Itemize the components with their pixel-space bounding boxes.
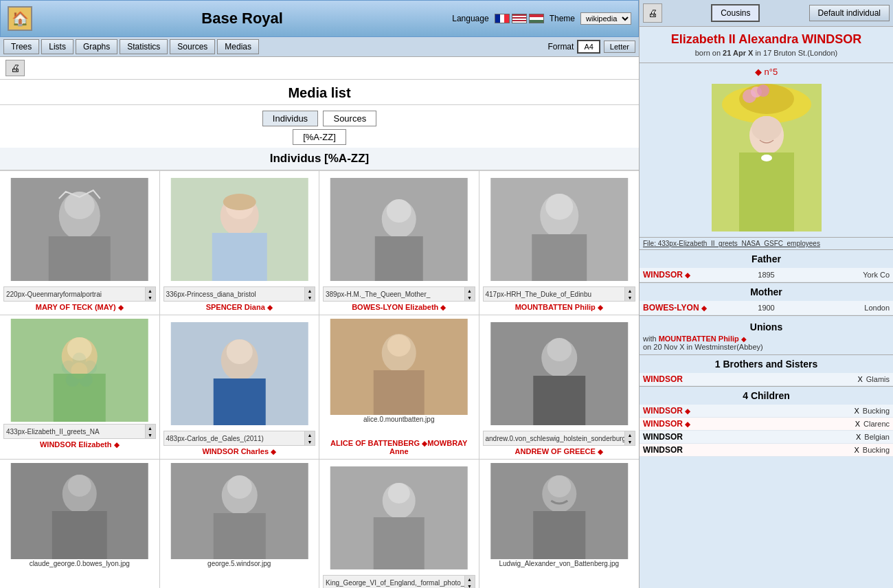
child-name-4[interactable]: WINDSOR bbox=[643, 445, 851, 455]
file-reference: File: 433px-Elizabeth_II_greets_NASA_GSF… bbox=[640, 237, 893, 249]
union-date: on 20 Nov X bbox=[643, 343, 685, 351]
svg-point-32 bbox=[547, 338, 572, 361]
person-name-5[interactable]: WINDSOR Elizabeth ◆ bbox=[40, 440, 120, 449]
scroll-up-1[interactable]: ▲ bbox=[146, 287, 155, 294]
filename-2: 336px-Princess_diana_bristol bbox=[164, 290, 305, 299]
photo-elizabeth-2 bbox=[3, 319, 156, 422]
flag-english[interactable] bbox=[512, 14, 527, 23]
father-name[interactable]: WINDSOR ◆ bbox=[643, 270, 754, 280]
svg-point-16 bbox=[545, 194, 573, 220]
child-place-1: Bucking bbox=[863, 407, 890, 415]
mother-year: 1900 bbox=[754, 304, 778, 312]
svg-point-54 bbox=[757, 84, 769, 97]
scroll-down-1[interactable]: ▼ bbox=[146, 294, 155, 301]
scroll-up-6[interactable]: ▲ bbox=[305, 431, 315, 438]
flag-hungarian[interactable] bbox=[529, 14, 544, 23]
mother-name[interactable]: BOWES-LYON ◆ bbox=[643, 303, 754, 313]
father-section: Father WINDSOR ◆ 1895 York Co bbox=[640, 249, 893, 282]
svg-rect-39 bbox=[213, 513, 265, 559]
union-person[interactable]: MOUNTBATTEN Philip bbox=[659, 335, 739, 343]
scroll-down-3[interactable]: ▼ bbox=[465, 294, 475, 301]
svg-point-28 bbox=[387, 335, 411, 357]
filter-button[interactable]: [%A-ZZ] bbox=[293, 129, 346, 145]
home-button[interactable]: 🏠 bbox=[8, 6, 32, 31]
person-name-3[interactable]: BOWES-LYON Elizabeth ◆ bbox=[352, 303, 446, 311]
file-name: : 433px-Elizabeth_II_greets_NASA_GSFC_em… bbox=[654, 240, 820, 247]
scroll-up-2[interactable]: ▲ bbox=[305, 287, 315, 294]
svg-rect-19 bbox=[54, 374, 106, 422]
unions-title: Unions bbox=[643, 319, 890, 335]
scroll-up-5[interactable]: ▲ bbox=[146, 425, 155, 431]
scroll-down-2[interactable]: ▼ bbox=[305, 294, 315, 301]
child-row-4: WINDSOR X Bucking bbox=[640, 444, 893, 457]
child-name-1[interactable]: WINDSOR ◆ bbox=[643, 406, 851, 416]
main-person-name[interactable]: Elizabeth II Alexandra WINDSOR bbox=[645, 32, 888, 47]
svg-point-12 bbox=[387, 199, 411, 223]
person-name-4[interactable]: MOUNTBATTEN Philip ◆ bbox=[515, 303, 603, 311]
scroll-down-5[interactable]: ▼ bbox=[146, 431, 155, 438]
print-button[interactable]: 🖨 bbox=[5, 60, 25, 76]
print-right-button[interactable]: 🖨 bbox=[643, 3, 662, 23]
scroll-up-4[interactable]: ▲ bbox=[625, 287, 635, 294]
svg-rect-31 bbox=[533, 376, 585, 425]
format-a4[interactable]: A4 bbox=[577, 40, 600, 54]
sibling-name-1[interactable]: WINDSOR bbox=[643, 374, 854, 384]
filename-3: 389px-H.M._The_Queen_Mother_ bbox=[324, 290, 464, 299]
child-place-4: Bucking bbox=[863, 446, 890, 454]
child-name-3[interactable]: WINDSOR bbox=[643, 432, 852, 442]
photo-charles bbox=[163, 322, 316, 425]
theme-select[interactable]: wikipedia default bbox=[580, 12, 631, 25]
svg-point-58 bbox=[761, 155, 772, 161]
filename-5: 433px-Elizabeth_II_greets_NA bbox=[4, 427, 145, 436]
media-cell-11: King_George_VI_of_England,_formal_photo_… bbox=[319, 460, 479, 588]
filename-1: 220px-Queenmaryformalportrai bbox=[4, 290, 145, 299]
section-title: Individus [%A-ZZ] bbox=[0, 148, 639, 170]
person-name-8[interactable]: ANDREW OF GREECE ◆ bbox=[515, 447, 603, 455]
sibling-place-1: Glamis bbox=[866, 375, 890, 383]
nav-trees[interactable]: Trees bbox=[3, 39, 39, 54]
tab-sources[interactable]: Sources bbox=[323, 111, 376, 126]
birth-date: 21 Apr X bbox=[723, 49, 753, 57]
cousins-button[interactable]: Cousins bbox=[711, 4, 760, 22]
nav-sources[interactable]: Sources bbox=[170, 39, 215, 54]
svg-point-56 bbox=[751, 116, 782, 141]
unions-section: Unions with MOUNTBATTEN Philip ◆ on 20 N… bbox=[640, 315, 893, 354]
child-name-2[interactable]: WINDSOR ◆ bbox=[643, 419, 852, 429]
media-cell-5: ✿ 433px-Elizabeth_II_greets_NA ▲ ▼ WINDS… bbox=[0, 315, 160, 460]
scroll-down-6[interactable]: ▼ bbox=[305, 438, 315, 445]
person-name-7[interactable]: ALICE OF BATTENBERG ◆MOWBRAY Anne bbox=[323, 439, 475, 455]
media-cell-2: 336px-Princess_diana_bristol ▲ ▼ SPENCER… bbox=[160, 171, 320, 315]
app-title: Base Royal bbox=[32, 10, 452, 27]
nav-statistics[interactable]: Statistics bbox=[120, 39, 168, 54]
nav-medias[interactable]: Medias bbox=[217, 39, 259, 54]
filename-4: 417px-HRH_The_Duke_of_Edinbu bbox=[484, 290, 625, 299]
nav-lists[interactable]: Lists bbox=[41, 39, 74, 54]
filename-7: alice.0.mountbatten.jpg bbox=[361, 415, 436, 438]
format-letter[interactable]: Letter bbox=[604, 41, 635, 53]
father-row: WINDSOR ◆ 1895 York Co bbox=[640, 268, 893, 282]
mother-row: BOWES-LYON ◆ 1900 London bbox=[640, 301, 893, 315]
mother-title: Mother bbox=[640, 283, 893, 301]
filename-10: george.5.windsor.jpg bbox=[205, 559, 273, 588]
scroll-up-11[interactable]: ▲ bbox=[465, 576, 475, 583]
tab-individus[interactable]: Individus bbox=[262, 111, 318, 126]
scroll-down-4[interactable]: ▼ bbox=[625, 294, 635, 301]
nav-graphs[interactable]: Graphs bbox=[76, 39, 117, 54]
scroll-up-3[interactable]: ▲ bbox=[465, 287, 475, 294]
svg-point-20 bbox=[67, 337, 92, 361]
scroll-down-11[interactable]: ▼ bbox=[465, 583, 475, 588]
photo-alice bbox=[323, 319, 475, 415]
right-panel-photo bbox=[712, 84, 822, 231]
scroll-down-8[interactable]: ▼ bbox=[625, 438, 635, 445]
photo-philip bbox=[483, 178, 636, 281]
person-name-1[interactable]: MARY OF TECK (MAY) ◆ bbox=[36, 303, 124, 311]
default-individual-button[interactable]: Default individual bbox=[809, 5, 890, 21]
child-x-1: X bbox=[851, 407, 863, 415]
scroll-up-8[interactable]: ▲ bbox=[625, 431, 635, 438]
flag-french[interactable] bbox=[495, 14, 510, 23]
svg-point-40 bbox=[227, 475, 251, 499]
filename-8: andrew.0.von_schleswig_holstein_sonderbu… bbox=[484, 434, 625, 443]
person-name-2[interactable]: SPENCER Diana ◆ bbox=[206, 303, 273, 311]
person-name-6[interactable]: WINDSOR Charles ◆ bbox=[202, 447, 276, 455]
page-title: Media list bbox=[0, 80, 639, 105]
